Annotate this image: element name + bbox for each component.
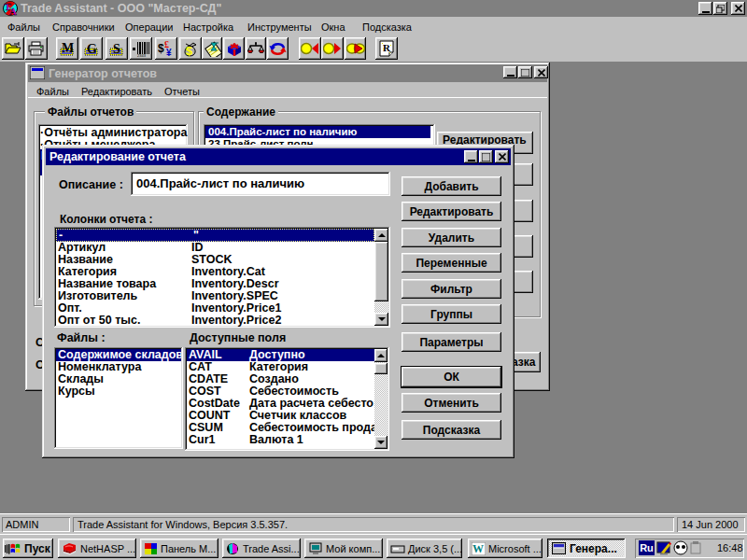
svg-text:$: $	[158, 42, 164, 55]
svg-text:$: $	[186, 44, 193, 58]
svg-text:2343: 2343	[137, 53, 147, 57]
svg-text:A: A	[9, 6, 17, 16]
svg-text:R: R	[383, 42, 391, 53]
svg-text:¥: ¥	[166, 48, 172, 57]
svg-text:S: S	[113, 42, 120, 56]
svg-text:G: G	[87, 42, 97, 56]
svg-text:M: M	[62, 41, 74, 55]
svg-text:W: W	[472, 542, 484, 555]
